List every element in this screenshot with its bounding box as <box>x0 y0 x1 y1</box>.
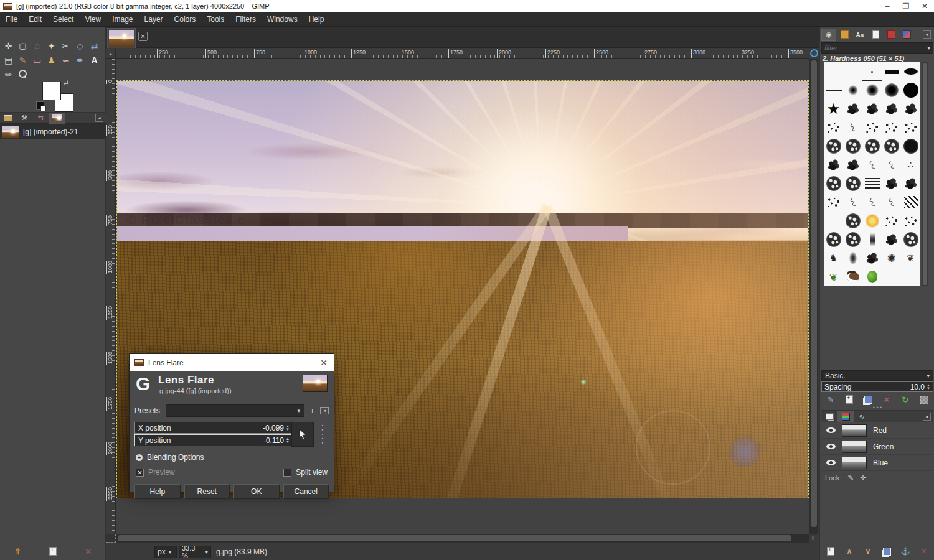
delete-image-button[interactable]: ✕ <box>82 546 95 557</box>
horizontal-scrollbar[interactable] <box>116 534 809 543</box>
x-position-value[interactable]: -0.099 <box>263 424 284 432</box>
brush-swatch[interactable] <box>862 249 882 268</box>
x-position-field[interactable]: X position -0.099 ▲▼ <box>134 422 291 434</box>
raise-displays-button[interactable]: ⇑ <box>11 546 24 557</box>
tool-button[interactable] <box>16 53 30 67</box>
vertical-ruler[interactable]: 0250500750100012501500175020002250 <box>106 59 116 534</box>
menu-item[interactable]: Layer <box>139 15 169 24</box>
tab-palettes[interactable] <box>884 29 899 41</box>
brush-swatch[interactable] <box>882 156 901 174</box>
foreground-color-swatch[interactable] <box>42 82 61 100</box>
tab-images[interactable] <box>0 113 16 124</box>
scrollbar-thumb[interactable] <box>923 63 927 285</box>
brush-swatch[interactable] <box>901 118 920 137</box>
lock-pixels-icon[interactable]: ✎ <box>847 474 854 482</box>
brush-swatch[interactable] <box>901 156 920 174</box>
brush-swatch[interactable] <box>824 212 843 230</box>
tool-button[interactable] <box>59 39 73 53</box>
tool-button[interactable] <box>87 39 101 53</box>
brush-swatch[interactable] <box>843 100 862 118</box>
image-list-item[interactable]: [g] (imported)-21 <box>0 124 106 139</box>
brush-swatch[interactable] <box>882 100 901 118</box>
menu-item[interactable]: Filters <box>230 15 262 24</box>
brush-swatch[interactable] <box>824 268 843 286</box>
tool-button[interactable] <box>1 67 16 82</box>
tool-button[interactable] <box>59 53 73 67</box>
tool-button[interactable] <box>73 53 87 67</box>
unit-select[interactable]: px ▾ <box>154 546 177 558</box>
tab-brushes[interactable] <box>821 29 836 41</box>
brush-swatch[interactable] <box>882 268 901 286</box>
dialog-button[interactable]: OK <box>234 484 280 499</box>
tab-document-history[interactable] <box>868 29 883 41</box>
preset-menu-icon[interactable]: ◂ <box>320 407 329 414</box>
brush-swatch[interactable] <box>843 230 862 249</box>
brush-swatch[interactable] <box>901 212 920 230</box>
delete-button[interactable] <box>917 546 931 557</box>
brush-swatch[interactable] <box>824 193 843 212</box>
duplicate-brush-button[interactable] <box>861 394 875 405</box>
spinner-arrows[interactable]: ▲▼ <box>286 425 290 431</box>
tab-channels[interactable] <box>837 411 854 422</box>
brush-swatch[interactable] <box>901 193 920 212</box>
tool-button[interactable] <box>30 53 44 67</box>
brush-swatch[interactable] <box>824 62 843 81</box>
spacing-field[interactable]: Spacing 10.0 ▲▼ <box>821 381 933 392</box>
close-button[interactable]: ✕ <box>915 2 934 11</box>
brush-swatch[interactable] <box>882 81 901 100</box>
brush-filter-field[interactable]: ▾ <box>821 42 933 54</box>
brush-swatch[interactable] <box>843 62 862 81</box>
channel-row[interactable]: Red <box>821 422 933 439</box>
duplicate-button[interactable] <box>880 546 894 557</box>
brush-swatch[interactable] <box>901 174 920 193</box>
brush-swatch[interactable] <box>882 62 901 81</box>
menu-item[interactable]: Image <box>106 15 138 24</box>
maximize-button[interactable]: ❐ <box>897 2 915 11</box>
dialog-button[interactable]: Reset <box>184 484 230 499</box>
brush-swatch[interactable] <box>901 100 920 118</box>
brush-swatch[interactable] <box>882 118 901 137</box>
brush-swatch[interactable] <box>901 62 920 81</box>
tab-history[interactable] <box>32 113 49 124</box>
tool-button[interactable] <box>44 53 59 67</box>
menu-item[interactable]: Tools <box>201 15 230 24</box>
new-brush-button[interactable] <box>842 394 856 405</box>
menu-item[interactable]: Windows <box>262 15 303 24</box>
brush-swatch[interactable] <box>843 193 862 212</box>
spinner-arrows[interactable]: ▲▼ <box>927 384 930 390</box>
menu-item[interactable]: Help <box>303 15 330 24</box>
vertical-scrollbar[interactable] <box>809 59 818 534</box>
brush-swatch[interactable] <box>843 249 862 268</box>
default-colors-icon[interactable] <box>36 101 44 110</box>
brush-swatch[interactable] <box>882 193 901 212</box>
brush-swatch[interactable] <box>882 137 901 156</box>
minimize-button[interactable]: – <box>878 2 897 11</box>
split-view-checkbox[interactable] <box>283 469 291 477</box>
tab-tool-options[interactable] <box>16 113 32 124</box>
dock-menu-icon[interactable]: ◂ <box>923 413 931 421</box>
new-button[interactable] <box>824 546 837 557</box>
brush-swatch[interactable] <box>824 81 843 100</box>
brush-swatch[interactable] <box>862 268 882 286</box>
brush-swatch[interactable] <box>824 100 843 118</box>
tab-fonts[interactable] <box>852 29 867 41</box>
drag-handle-icon[interactable]: ▪▪▪▪▪ <box>320 423 325 446</box>
y-position-field[interactable]: Y position -0.110 ▲▼ <box>134 434 291 446</box>
visibility-eye-icon[interactable] <box>826 444 836 449</box>
tool-button[interactable] <box>73 39 87 53</box>
brush-swatch[interactable] <box>862 193 882 212</box>
navigation-icon[interactable]: ✛ <box>810 534 815 541</box>
menu-item[interactable]: View <box>79 15 106 24</box>
dock-menu-icon[interactable]: ◂ <box>923 30 931 39</box>
scrollbar-thumb[interactable] <box>118 535 791 541</box>
brush-swatch[interactable] <box>901 268 920 286</box>
image-tab[interactable] <box>107 28 136 48</box>
tool-button[interactable] <box>16 39 30 53</box>
blending-options-expander[interactable]: + Blending Options <box>136 453 329 462</box>
brush-swatch[interactable] <box>882 249 901 268</box>
swap-colors-icon[interactable]: ⇄ <box>64 79 68 86</box>
ruler-origin-button[interactable]: ▸ <box>106 49 116 59</box>
brush-swatch[interactable] <box>862 62 882 81</box>
brush-swatch[interactable] <box>824 249 843 268</box>
anchor-button[interactable] <box>899 546 912 557</box>
